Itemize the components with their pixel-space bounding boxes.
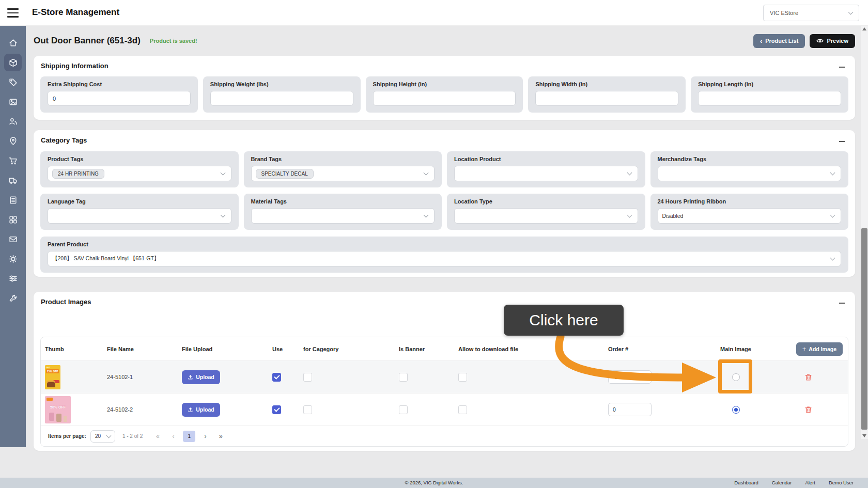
sidebar-item-tools[interactable]	[4, 289, 22, 307]
chevron-down-icon	[627, 213, 632, 218]
prev-page-button[interactable]: ‹	[167, 431, 179, 442]
footer-link-alert[interactable]: Alert	[805, 480, 815, 485]
page-title: Out Door Banner (651-3d)	[34, 36, 141, 46]
for-category-checkbox[interactable]	[303, 373, 312, 382]
shipping-height-input[interactable]	[373, 91, 516, 106]
scrollbar[interactable]	[861, 26, 868, 439]
sidebar	[0, 26, 26, 447]
field-24h-printing-ribbon: 24 Hours Printing Ribbon Disabled	[650, 194, 849, 230]
field-shipping-length: Shipping Length (in)	[691, 76, 848, 113]
use-checkbox[interactable]	[272, 373, 281, 382]
product-thumbnail[interactable]: GET 25% OFF	[45, 365, 60, 389]
sidebar-item-locations[interactable]	[4, 132, 22, 150]
sidebar-item-messages[interactable]	[4, 230, 22, 248]
field-shipping-weight: Shipping Weight (lbs)	[203, 76, 361, 113]
items-per-page-select[interactable]: 20	[90, 430, 115, 443]
footer-link-dashboard[interactable]: Dashboard	[734, 480, 758, 485]
sidebar-item-modules[interactable]	[4, 211, 22, 228]
use-checkbox[interactable]	[272, 405, 281, 414]
is-banner-checkbox[interactable]	[399, 373, 408, 382]
is-banner-checkbox[interactable]	[399, 405, 408, 414]
col-header-thumb: Thumb	[41, 346, 103, 352]
location-product-select[interactable]	[454, 166, 638, 181]
shipping-width-input[interactable]	[535, 91, 678, 106]
col-header-order: Order #	[604, 346, 702, 352]
product-list-button[interactable]: ‹ Product List	[753, 34, 805, 48]
sidebar-item-catalog[interactable]	[4, 191, 22, 209]
order-input[interactable]	[608, 370, 652, 384]
pagination-range: 1 - 2 of 2	[122, 433, 143, 439]
field-brand-tags: Brand Tags SPECIALTY DECAL	[244, 151, 442, 187]
next-page-button[interactable]: ›	[199, 431, 211, 442]
shipping-length-input[interactable]	[698, 91, 841, 106]
scroll-up-icon[interactable]	[862, 27, 866, 30]
table-row: GET 25% OFF 24-5102-1 Upload	[41, 360, 848, 393]
chevron-down-icon	[106, 433, 111, 438]
first-page-button[interactable]: «	[152, 431, 163, 442]
chevron-down-icon	[848, 10, 854, 15]
preview-button[interactable]: Preview	[810, 34, 855, 48]
footer-link-demo-user[interactable]: Demo User	[829, 480, 854, 485]
upload-icon	[188, 374, 193, 380]
language-tag-select[interactable]	[48, 208, 231, 224]
allow-download-checkbox[interactable]	[458, 373, 467, 382]
tag-chip: SPECIALTY DECAL	[256, 169, 314, 179]
sidebar-item-media[interactable]	[4, 93, 22, 111]
material-tags-select[interactable]	[251, 208, 435, 224]
scrollbar-thumb[interactable]	[861, 228, 867, 430]
menu-icon[interactable]	[7, 8, 20, 18]
footer-link-calendar[interactable]: Calendar	[772, 480, 792, 485]
upload-button[interactable]: Upload	[182, 403, 220, 417]
collapse-icon[interactable]	[839, 64, 846, 71]
page-number-button[interactable]: 1	[183, 431, 195, 442]
location-type-select[interactable]	[454, 208, 638, 224]
ribbon-select[interactable]: Disabled	[658, 208, 842, 224]
grid-icon	[9, 215, 18, 224]
main-image-radio[interactable]	[732, 373, 740, 381]
trash-icon	[804, 406, 812, 414]
product-tags-select[interactable]: 24 HR PRINTING	[48, 166, 231, 181]
delete-image-button[interactable]	[804, 373, 812, 381]
add-image-button[interactable]: + Add Image	[796, 342, 843, 356]
sidebar-item-customers[interactable]	[4, 113, 22, 130]
for-category-checkbox[interactable]	[303, 405, 312, 414]
file-name: 24-5102-2	[103, 406, 178, 413]
truck-icon	[9, 176, 18, 185]
product-thumbnail[interactable]: 50% OFF	[45, 396, 71, 423]
sidebar-item-tags[interactable]	[4, 73, 22, 91]
main-image-radio[interactable]	[732, 406, 740, 414]
col-header-for-category: for Cagegory	[299, 346, 395, 352]
product-images-section: Product Images Thumb File Name File Uplo…	[34, 292, 855, 451]
field-location-product: Location Product	[447, 151, 645, 187]
field-extra-shipping-cost: Extra Shipping Cost	[40, 76, 198, 113]
store-selector-value: VIC EStore	[770, 10, 798, 16]
scroll-down-icon[interactable]	[862, 434, 866, 437]
image-icon	[9, 98, 18, 106]
sidebar-item-settings[interactable]	[4, 250, 22, 267]
last-page-button[interactable]: »	[215, 431, 226, 442]
store-selector[interactable]: VIC EStore	[763, 5, 859, 21]
click-here-tooltip: Click here	[504, 305, 624, 336]
sidebar-item-home[interactable]	[4, 34, 22, 52]
brand-tags-select[interactable]: SPECIALTY DECAL	[251, 166, 435, 181]
col-header-is-banner: Is Banner	[395, 346, 454, 352]
home-icon	[9, 39, 18, 48]
footer: © 2026, VIC Digital Works. Dashboard Cal…	[0, 478, 868, 488]
allow-download-checkbox[interactable]	[458, 405, 467, 414]
collapse-icon[interactable]	[839, 300, 846, 307]
shipping-information-section: Shipping Information Extra Shipping Cost…	[34, 56, 855, 120]
delete-image-button[interactable]	[804, 406, 812, 414]
order-input[interactable]	[608, 403, 652, 416]
collapse-icon[interactable]	[839, 138, 846, 145]
parent-product-select[interactable]: 【208】 SAV Chalk Board Vinyl 【651-GT】	[48, 251, 841, 266]
sidebar-item-orders[interactable]	[4, 152, 22, 169]
sidebar-item-preferences[interactable]	[4, 270, 22, 287]
sidebar-item-products[interactable]	[4, 54, 22, 71]
sidebar-item-shipping[interactable]	[4, 171, 22, 189]
mail-icon	[9, 235, 18, 244]
merchandize-tags-select[interactable]	[658, 166, 842, 181]
shipping-weight-input[interactable]	[210, 91, 353, 106]
upload-button[interactable]: Upload	[182, 370, 220, 384]
extra-shipping-cost-input[interactable]	[48, 91, 191, 106]
field-location-type: Location Type	[447, 194, 645, 230]
